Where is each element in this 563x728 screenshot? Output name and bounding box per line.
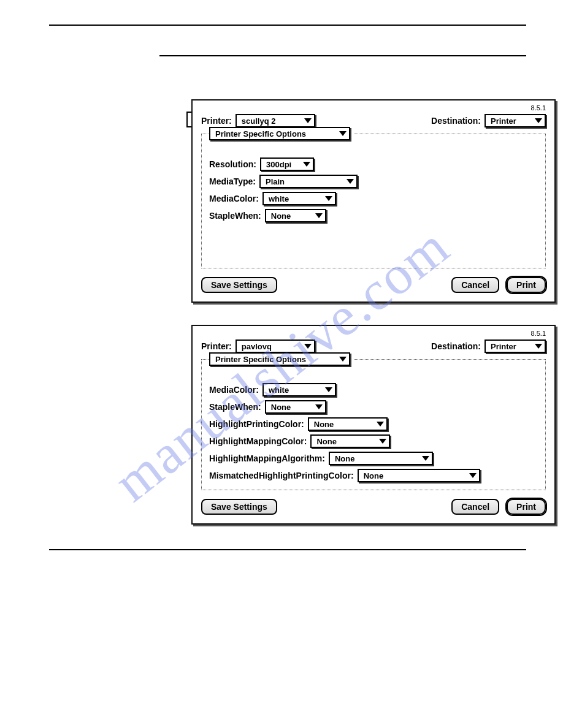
group-selector-value: Printer Specific Options [215,129,315,138]
option-label: MediaType: [209,176,256,186]
option-label: MismatchedHighlightPrintingColor: [209,471,354,480]
printer-label: Printer: [201,341,232,351]
chevron-down-icon [535,118,542,123]
option-dropdown-mediacolor[interactable]: white [262,383,336,396]
option-value: None [314,420,343,429]
option-row: Resolution: 300dpi [209,157,538,171]
print-button[interactable]: Print [507,277,546,293]
option-dropdown-mediacolor[interactable]: white [262,192,336,205]
chevron-down-icon [339,357,347,362]
option-value: None [271,211,300,221]
option-value: None [364,471,393,480]
rule-sub [159,55,526,56]
chevron-down-icon [304,344,312,349]
option-dropdown-mediatype[interactable]: Plain [259,175,358,188]
option-dropdown-highlightmappingcolor[interactable]: None [310,434,390,448]
version-label: 8.5.1 [531,330,546,337]
print-dialog-1: 8.5.1 Printer: scullyq 2 Destination: Pr… [191,99,556,303]
destination-dropdown[interactable]: Printer [484,339,546,353]
option-dropdown-staplewhen[interactable]: None [265,209,326,222]
chevron-down-icon [303,162,310,167]
save-settings-button[interactable]: Save Settings [201,499,277,515]
option-label: HighlightMappingColor: [209,436,307,446]
cancel-button[interactable]: Cancel [451,499,499,515]
option-row: MismatchedHighlightPrintingColor: None [209,469,538,482]
chevron-down-icon [339,131,347,136]
option-label: StapleWhen: [209,211,261,221]
option-label: HighlightMappingAlgorithm: [209,453,325,463]
cancel-button[interactable]: Cancel [451,277,499,293]
option-row: HighlightMappingAlgorithm: None [209,452,538,465]
rule-bottom [49,549,526,550]
option-label: MediaColor: [209,194,259,203]
option-row: MediaType: Plain [209,175,538,188]
destination-dropdown[interactable]: Printer [484,114,546,127]
printer-value: pavlovq [242,342,280,351]
option-dropdown-resolution[interactable]: 300dpi [260,157,314,171]
option-value: 300dpi [266,160,300,169]
option-row: HighlightMappingColor: None [209,434,538,448]
destination-value: Printer [491,116,525,126]
print-dialog-2: 8.5.1 Printer: pavlovq Destination: Prin… [191,325,556,525]
option-row: StapleWhen: None [209,400,538,414]
option-dropdown-highlightmappingalgorithm[interactable]: None [329,452,433,465]
save-settings-button[interactable]: Save Settings [201,277,277,293]
chevron-down-icon [422,456,429,461]
options-group: Printer Specific Options Resolution: 300… [201,134,546,268]
option-value: None [271,403,300,412]
option-row: StapleWhen: None [209,209,538,222]
print-button[interactable]: Print [507,499,546,515]
printer-dropdown[interactable]: scullyq 2 [236,114,315,127]
option-label: HighlightPrintingColor: [209,419,304,429]
option-dropdown-highlightprintingcolor[interactable]: None [308,417,388,431]
group-selector-value: Printer Specific Options [215,355,315,364]
group-selector-dropdown[interactable]: Printer Specific Options [209,352,350,366]
chevron-down-icon [469,473,477,478]
chevron-down-icon [315,404,323,409]
chevron-down-icon [325,387,332,392]
chevron-down-icon [535,344,542,349]
printer-dropdown[interactable]: pavlovq [236,339,315,353]
option-label: StapleWhen: [209,402,261,412]
option-value: white [269,385,297,395]
option-value: None [335,454,364,463]
printer-label: Printer: [201,116,232,126]
option-row: MediaColor: white [209,192,538,205]
option-dropdown-mismatchedhighlightprintingcolor[interactable]: None [358,469,480,482]
chevron-down-icon [377,422,384,427]
option-value: white [269,194,297,203]
chevron-down-icon [315,213,323,218]
destination-value: Printer [491,342,525,351]
rule-top [49,25,526,26]
destination-label: Destination: [431,116,481,126]
option-row: HighlightPrintingColor: None [209,417,538,431]
options-group: Printer Specific Options MediaColor: whi… [201,359,546,490]
chevron-down-icon [379,439,386,444]
option-label: MediaColor: [209,385,259,395]
chevron-down-icon [325,196,332,201]
group-selector-dropdown[interactable]: Printer Specific Options [209,127,350,140]
chevron-down-icon [304,118,312,123]
option-row: MediaColor: white [209,383,538,396]
destination-label: Destination: [431,341,481,351]
printer-value: scullyq 2 [242,116,285,126]
option-dropdown-staplewhen[interactable]: None [265,400,326,414]
option-label: Resolution: [209,159,256,169]
chevron-down-icon [347,179,354,184]
version-label: 8.5.1 [531,104,546,112]
option-value: None [316,437,345,446]
option-value: Plain [266,177,293,186]
